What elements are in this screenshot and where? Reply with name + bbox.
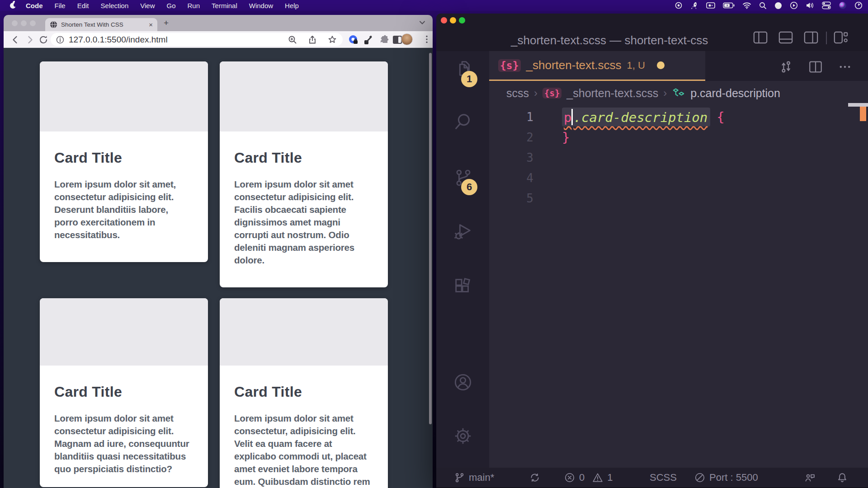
menu-go[interactable]: Go — [167, 2, 176, 9]
play-circle-icon[interactable] — [790, 1, 798, 9]
menu-status-icons — [675, 1, 863, 9]
feedback-icon[interactable] — [803, 468, 816, 487]
language-mode[interactable]: SCSS — [650, 468, 677, 487]
browser-window: Shorten Text With CSS × + 127.0.0.1:5500… — [4, 15, 433, 488]
explorer-badge: 1 — [461, 71, 477, 87]
volume-icon[interactable] — [806, 2, 814, 9]
sync-status[interactable] — [529, 468, 541, 487]
address-bar[interactable]: 127.0.0.1:5500/index.html — [51, 33, 343, 46]
wifi-icon[interactable] — [742, 2, 751, 9]
new-tab-button[interactable]: + — [164, 18, 169, 28]
color-picker-icon[interactable] — [363, 34, 375, 46]
page-scrollbar[interactable] — [429, 53, 432, 424]
code-line-3[interactable]: 3 — [489, 147, 868, 168]
tab-search-chevron-icon[interactable] — [419, 20, 425, 25]
bookmark-star-icon[interactable] — [327, 35, 337, 45]
branch-name: main* — [469, 472, 494, 483]
site-info-icon[interactable] — [56, 36, 64, 44]
branch-status[interactable]: main* — [453, 468, 494, 487]
code-line-2[interactable]: 2 } — [489, 127, 868, 147]
spotlight-search-icon[interactable] — [759, 2, 767, 9]
back-icon[interactable] — [10, 34, 21, 45]
activity-bar: 1 6 — [436, 51, 489, 468]
code-line-1[interactable]: 1 p.card-description { — [489, 107, 868, 127]
card-title: Card Title — [234, 384, 373, 400]
window-close-button[interactable] — [441, 17, 447, 23]
code-editor[interactable]: 1 p.card-description { 2 } 3 4 5 — [489, 105, 868, 468]
share-icon[interactable] — [307, 35, 317, 45]
compare-changes-icon[interactable] — [778, 59, 794, 75]
line-number: 4 — [489, 171, 533, 185]
more-actions-icon[interactable] — [837, 59, 853, 75]
layout-customize-icon[interactable] — [833, 31, 849, 44]
overview-warning-marker — [860, 107, 866, 121]
problems-status[interactable]: 0 1 — [564, 468, 613, 487]
apple-menu-icon[interactable] — [10, 3, 16, 9]
menu-window[interactable]: Window — [249, 2, 273, 9]
code-line-5[interactable]: 5 — [489, 188, 868, 208]
browser-tab[interactable]: Shorten Text With CSS × — [45, 18, 157, 31]
scrollbar-slider[interactable] — [848, 103, 868, 107]
panel-right-icon[interactable] — [803, 31, 819, 44]
settings-gear-icon[interactable] — [453, 426, 473, 446]
screen-record-icon[interactable] — [706, 2, 715, 9]
search-icon[interactable] — [453, 111, 473, 132]
desktop: Code File Edit Selection View Go Run Ter… — [0, 0, 868, 488]
globe-icon — [50, 21, 57, 28]
zoom-in-icon[interactable] — [288, 35, 297, 45]
window-zoom-button[interactable] — [459, 17, 465, 23]
panel-bottom-icon[interactable] — [778, 31, 793, 44]
menu-file[interactable]: File — [55, 2, 66, 9]
extensions-icon[interactable] — [453, 276, 473, 297]
panel-left-icon[interactable] — [753, 31, 768, 44]
card-image-placeholder — [220, 61, 388, 131]
run-debug-icon[interactable] — [453, 221, 473, 242]
screen-target-icon[interactable] — [675, 1, 683, 9]
tab-close-icon[interactable]: × — [149, 21, 153, 28]
menu-app-name[interactable]: Code — [26, 2, 43, 9]
menu-edit[interactable]: Edit — [77, 2, 89, 9]
menu-run[interactable]: Run — [188, 2, 200, 9]
battery-charging-icon[interactable] — [723, 2, 735, 9]
code-line-4[interactable]: 4 — [489, 168, 868, 188]
siri-icon[interactable] — [839, 1, 847, 9]
account-icon[interactable] — [453, 372, 473, 393]
split-editor-icon[interactable] — [808, 59, 823, 75]
error-circle-icon — [564, 472, 576, 483]
notifications-bell-icon[interactable] — [836, 468, 849, 487]
live-server-port[interactable]: Port : 5500 — [694, 468, 758, 487]
breadcrumb-folder[interactable]: scss — [506, 87, 529, 100]
menu-help[interactable]: Help — [285, 2, 299, 9]
breadcrumb-separator: › — [663, 87, 667, 99]
do-not-disturb-icon[interactable] — [774, 2, 782, 9]
menu-view[interactable]: View — [140, 2, 155, 9]
reload-icon[interactable] — [38, 34, 49, 45]
browser-tab-strip: Shorten Text With CSS × + — [4, 15, 433, 31]
source-control-badge: 6 — [461, 179, 477, 195]
clock-icon[interactable] — [854, 1, 863, 9]
menu-selection[interactable]: Selection — [101, 2, 129, 9]
profile-avatar[interactable] — [401, 33, 413, 45]
tab-modified-dot[interactable] — [657, 61, 665, 69]
card-image-placeholder — [40, 298, 208, 366]
line-number: 5 — [489, 192, 533, 205]
editor-tab[interactable]: {s} _shorten-text.scss 1, U — [489, 51, 705, 81]
breadcrumb-file[interactable]: _shorten-text.scss — [566, 87, 658, 100]
card-description: Lorem ipsum dolor sit amet consectetur a… — [54, 412, 193, 475]
menu-terminal[interactable]: Terminal — [212, 2, 237, 9]
window-minimize-button[interactable] — [450, 17, 456, 23]
code-tag-token: p — [564, 110, 571, 125]
breadcrumb-symbol[interactable]: p.card-description — [690, 87, 780, 100]
password-manager-icon[interactable] — [347, 34, 359, 46]
browser-menu-dots-icon[interactable] — [422, 34, 431, 44]
window-minimize-button[interactable] — [21, 20, 27, 26]
window-close-button[interactable] — [12, 20, 18, 26]
code-class-token: .card-description — [573, 110, 708, 125]
window-zoom-button[interactable] — [30, 20, 36, 26]
vscode-title-bar[interactable]: _shorten-text.scss — shorten-text-css — [436, 14, 868, 51]
forward-icon[interactable] — [24, 34, 35, 45]
control-center-icon[interactable] — [822, 1, 831, 9]
extensions-puzzle-icon[interactable] — [378, 34, 390, 46]
url-text[interactable]: 127.0.0.1:5500/index.html — [69, 35, 283, 45]
rocket-icon[interactable] — [690, 1, 698, 9]
